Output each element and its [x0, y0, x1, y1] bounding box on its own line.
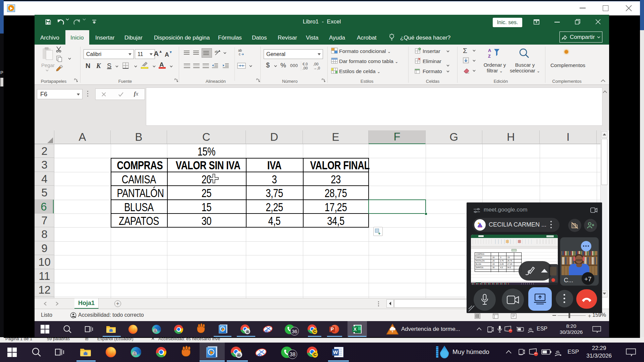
svg-text:ab: ab	[215, 50, 218, 53]
svg-text:c: c	[239, 52, 240, 56]
svg-text:ab: ab	[238, 49, 242, 52]
svg-text:Z: Z	[488, 54, 491, 58]
svg-text:A: A	[488, 48, 491, 53]
